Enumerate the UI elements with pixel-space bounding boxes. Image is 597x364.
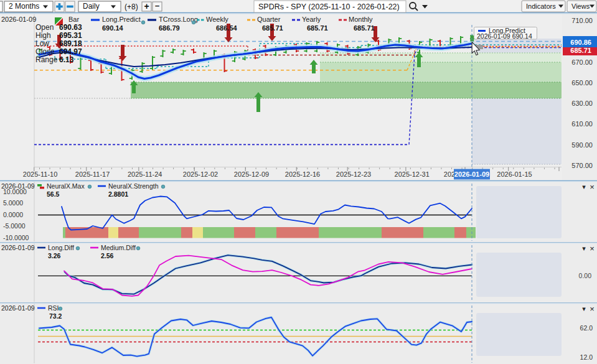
svg-text:Weekly: Weekly <box>206 16 228 23</box>
svg-text:686.54: 686.54 <box>216 24 238 32</box>
svg-text:710.00: 710.00 <box>571 17 593 24</box>
svg-text:×: × <box>590 304 595 314</box>
svg-text:685.71: 685.71 <box>354 24 375 32</box>
svg-text:NeuralX.Strength: NeuralX.Strength <box>108 182 159 190</box>
svg-text:2025-11-10: 2025-11-10 <box>23 170 57 178</box>
svg-text:Bar: Bar <box>68 16 79 23</box>
svg-text:690.63: 690.63 <box>59 23 82 32</box>
svg-text:2026-01-09 690.14: 2026-01-09 690.14 <box>477 32 532 40</box>
svg-text:2026-01-15: 2026-01-15 <box>497 170 532 178</box>
svg-text:2026-01-09: 2026-01-09 <box>1 182 35 190</box>
svg-text:×: × <box>590 244 595 253</box>
svg-text:2026-01-09: 2026-01-09 <box>1 304 35 312</box>
svg-text:×: × <box>590 182 595 192</box>
svg-text:690.14: 690.14 <box>102 24 124 32</box>
svg-text:685.71: 685.71 <box>262 24 283 32</box>
svg-text:Monthly: Monthly <box>349 16 373 23</box>
svg-text:630.00: 630.00 <box>571 100 593 107</box>
svg-text:▾: ▾ <box>582 305 586 312</box>
svg-text:685.71: 685.71 <box>307 24 328 32</box>
svg-text:High: High <box>35 31 51 40</box>
svg-text:695.31: 695.31 <box>59 31 82 40</box>
svg-text:2026-01-09: 2026-01-09 <box>454 170 489 178</box>
svg-text:2 Months: 2 Months <box>9 2 39 11</box>
svg-text:2026-01-09: 2026-01-09 <box>1 16 36 23</box>
svg-text:2025-12-16: 2025-12-16 <box>285 170 320 178</box>
svg-text:▾: ▾ <box>582 245 586 252</box>
svg-text:5.0000: 5.0000 <box>3 199 23 207</box>
svg-text:2025-12-09: 2025-12-09 <box>234 170 269 178</box>
svg-text:0.00: 0.00 <box>579 272 592 279</box>
svg-text:2025-12-23: 2025-12-23 <box>336 170 371 178</box>
svg-text:Range: Range <box>35 55 58 64</box>
svg-text:2025-12-02: 2025-12-02 <box>183 170 218 178</box>
svg-text:12.0: 12.0 <box>580 353 593 361</box>
svg-text:Medium.Diff: Medium.Diff <box>101 244 136 251</box>
svg-text:Daily: Daily <box>83 2 100 11</box>
svg-text:-5.0000: -5.0000 <box>3 222 26 230</box>
svg-text:Long.Predict: Long.Predict <box>102 16 141 23</box>
svg-text:▾: ▾ <box>582 183 586 190</box>
svg-text:Views: Views <box>571 2 590 10</box>
svg-text:Low: Low <box>35 39 49 48</box>
svg-text:−: − <box>155 1 160 11</box>
svg-text:3.26: 3.26 <box>48 252 61 259</box>
svg-text:-10.0000: -10.0000 <box>3 234 29 241</box>
svg-text:SPDRs - SPY (2025-11-10 - 2026: SPDRs - SPY (2025-11-10 - 2026-01-22) <box>258 2 400 11</box>
svg-text:6.13: 6.13 <box>59 55 74 64</box>
svg-text:2026-01-09: 2026-01-09 <box>1 244 35 251</box>
svg-text:56.5: 56.5 <box>47 190 60 198</box>
svg-text:Quarter: Quarter <box>257 16 281 23</box>
svg-text:2025-12-31: 2025-12-31 <box>395 170 430 178</box>
svg-text:Long.Diff: Long.Diff <box>48 244 74 251</box>
svg-text:2025-11-24: 2025-11-24 <box>128 170 162 178</box>
svg-text:73.2: 73.2 <box>49 312 62 320</box>
svg-text:0.0000: 0.0000 <box>3 211 23 218</box>
svg-text:690.86: 690.86 <box>570 39 591 46</box>
svg-text:Close: Close <box>35 47 55 56</box>
svg-text:570.00: 570.00 <box>571 162 593 169</box>
svg-text:NeuralX.Max: NeuralX.Max <box>47 182 85 190</box>
svg-text:(+8): (+8) <box>125 2 138 11</box>
svg-text:685.71: 685.71 <box>570 47 591 54</box>
svg-text:686.79: 686.79 <box>159 24 180 32</box>
svg-text:689.18: 689.18 <box>59 39 82 48</box>
svg-text:650.00: 650.00 <box>571 79 593 86</box>
svg-text:610.00: 610.00 <box>571 120 593 128</box>
svg-text:62.0: 62.0 <box>580 324 593 332</box>
svg-text:590.00: 590.00 <box>571 141 593 149</box>
svg-text:Open: Open <box>35 23 54 32</box>
svg-text:Yearly: Yearly <box>302 16 321 23</box>
svg-text:Indicators: Indicators <box>526 2 556 10</box>
svg-text:694.97: 694.97 <box>59 47 82 56</box>
svg-text:2025-11-17: 2025-11-17 <box>75 170 110 178</box>
svg-text:2.56: 2.56 <box>101 252 114 259</box>
svg-text:670.00: 670.00 <box>571 58 593 66</box>
svg-text:+: + <box>144 1 149 11</box>
svg-text:2.8801: 2.8801 <box>108 190 128 198</box>
svg-text:RSI: RSI <box>48 304 59 312</box>
